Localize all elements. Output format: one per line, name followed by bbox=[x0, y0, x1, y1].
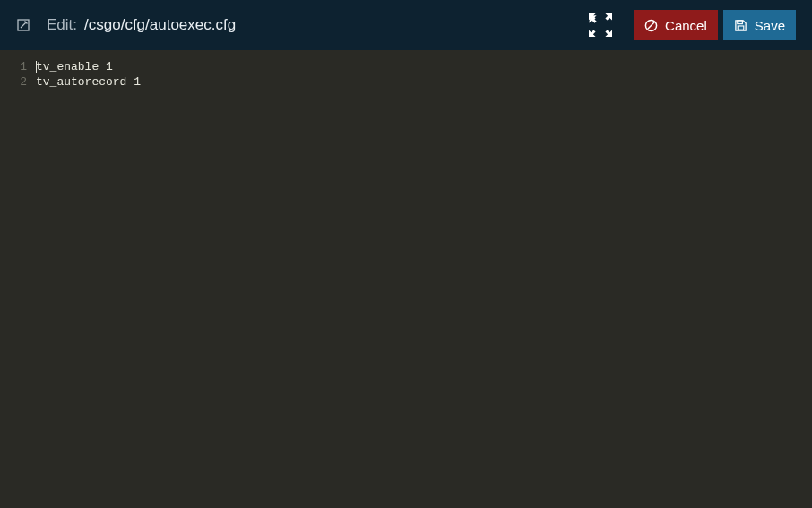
editor-header: Edit: /csgo/cfg/autoexec.cfg Cancel Save bbox=[0, 0, 812, 50]
cancel-button[interactable]: Cancel bbox=[634, 10, 718, 40]
code-line[interactable]: tv_autorecord 1 bbox=[36, 74, 812, 90]
edit-label: Edit: bbox=[47, 16, 77, 34]
save-icon bbox=[734, 19, 747, 32]
line-number: 1 bbox=[0, 59, 27, 74]
svg-line-6 bbox=[648, 22, 655, 29]
line-number: 2 bbox=[0, 74, 27, 90]
svg-rect-8 bbox=[738, 25, 744, 29]
svg-marker-3 bbox=[589, 30, 596, 37]
code-editor[interactable]: 1 2 tv_enable 1 tv_autorecord 1 bbox=[0, 50, 812, 508]
svg-marker-4 bbox=[606, 30, 613, 37]
editor-content[interactable]: tv_enable 1 tv_autorecord 1 bbox=[36, 59, 812, 508]
save-button[interactable]: Save bbox=[723, 10, 796, 40]
fullscreen-icon[interactable] bbox=[589, 13, 612, 37]
file-path: /csgo/cfg/autoexec.cfg bbox=[84, 16, 236, 34]
svg-rect-7 bbox=[738, 20, 743, 23]
cancel-icon bbox=[644, 19, 658, 32]
cancel-button-label: Cancel bbox=[665, 18, 707, 33]
save-button-label: Save bbox=[755, 18, 785, 33]
code-line[interactable]: tv_enable 1 bbox=[36, 59, 812, 74]
line-gutter: 1 2 bbox=[0, 59, 36, 508]
edit-icon bbox=[16, 18, 30, 32]
svg-marker-2 bbox=[606, 13, 613, 21]
